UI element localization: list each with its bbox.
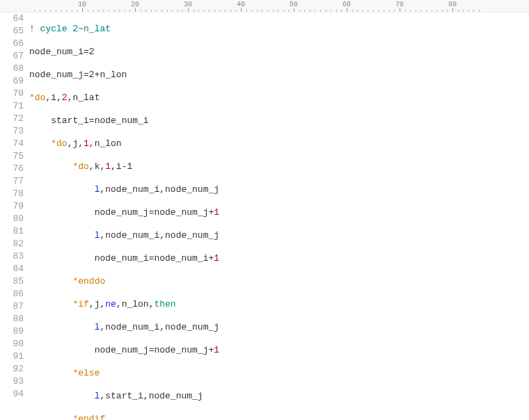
line-number: 94 bbox=[0, 388, 24, 401]
keyword-do: *do bbox=[51, 138, 67, 149]
keyword-then: then bbox=[154, 299, 175, 309]
code-line: *if,j,ne,n_lon,then bbox=[29, 298, 529, 311]
line-number: 86 bbox=[0, 288, 24, 300]
line-number: 70 bbox=[0, 88, 24, 100]
code-line: node_num_j=node_num_j+1 bbox=[29, 207, 529, 219]
line-number: 90 bbox=[0, 338, 24, 350]
code-editor: 6465666768697071727374757677787980818283… bbox=[0, 13, 529, 420]
code-line: l,start_i,node_num_j bbox=[29, 390, 529, 403]
code-text: ,node_num_i,node_num_j bbox=[100, 322, 219, 332]
line-number: 77 bbox=[0, 175, 24, 188]
line-number: 69 bbox=[0, 75, 24, 88]
number: 1 bbox=[214, 253, 219, 264]
ruler-label: 50 bbox=[290, 1, 298, 8]
keyword-endif: *endif bbox=[72, 414, 105, 420]
number: 1 bbox=[214, 345, 219, 355]
code-line: *do,k,1,i-1 bbox=[29, 161, 529, 173]
line-number: 76 bbox=[0, 163, 24, 175]
line-number-gutter: 6465666768697071727374757677787980818283… bbox=[0, 13, 29, 401]
line-number: 85 bbox=[0, 275, 24, 288]
code-line: l,node_num_i,node_num_j bbox=[29, 184, 529, 196]
line-number: 73 bbox=[0, 125, 24, 138]
number: 1 bbox=[84, 138, 89, 149]
code-line: *do,j,1,n_lon bbox=[29, 138, 529, 150]
number: 1 bbox=[214, 207, 219, 218]
code-line: node_num_i=node_num_i+1 bbox=[29, 252, 529, 265]
code-line: start_i=node_num_i bbox=[29, 115, 529, 127]
code-text: ,start_i,node_num_j bbox=[100, 391, 203, 401]
number: 2 bbox=[62, 92, 68, 103]
code-text: ,n_lon, bbox=[116, 299, 155, 309]
line-number: 71 bbox=[0, 100, 24, 113]
line-number: 91 bbox=[0, 350, 24, 363]
code-line: node_num_j=2+n_lon bbox=[29, 69, 529, 81]
keyword-else: *else bbox=[72, 368, 100, 378]
code-text: ,j, bbox=[89, 299, 105, 309]
line-number: 84 bbox=[0, 263, 24, 275]
ruler-label: 80 bbox=[448, 1, 457, 8]
line-number: 92 bbox=[0, 363, 24, 375]
code-text: node_num_i=2 bbox=[29, 47, 95, 57]
code-text: ,n_lat bbox=[68, 92, 100, 103]
keyword-if: *if bbox=[72, 299, 88, 309]
ruler: 1020304050607080 bbox=[0, 0, 529, 13]
line-number: 68 bbox=[0, 63, 24, 75]
line-number: 72 bbox=[0, 113, 24, 125]
line-number: 64 bbox=[0, 13, 24, 25]
line-number: 83 bbox=[0, 250, 24, 263]
line-number: 66 bbox=[0, 38, 24, 50]
line-number: 81 bbox=[0, 225, 24, 238]
line-number: 87 bbox=[0, 300, 24, 313]
line-number: 67 bbox=[0, 50, 24, 63]
line-number: 79 bbox=[0, 200, 24, 213]
code-line: ! cycle 2~n_lat bbox=[29, 23, 529, 35]
code-text: node_num_j=2+n_lon bbox=[29, 70, 127, 80]
code-text: ,i, bbox=[45, 92, 61, 103]
ruler-label: 10 bbox=[78, 1, 86, 8]
ruler-label: 20 bbox=[131, 1, 139, 8]
line-number: 80 bbox=[0, 213, 24, 225]
code-text: node_num_j=node_num_j+ bbox=[95, 207, 214, 218]
code-text: ,node_num_i,node_num_j bbox=[100, 184, 219, 195]
line-number: 93 bbox=[0, 375, 24, 388]
ruler-label: 70 bbox=[395, 1, 404, 8]
line-number: 78 bbox=[0, 188, 24, 200]
code-line: node_num_i=2 bbox=[29, 46, 529, 58]
keyword-do: *do bbox=[72, 161, 88, 172]
code-line: node_num_j=node_num_j+1 bbox=[29, 344, 529, 357]
code-line: *enddo bbox=[29, 275, 529, 288]
ruler-label: 30 bbox=[184, 1, 192, 8]
number: 1 bbox=[105, 161, 111, 172]
code-text: ,n_lon bbox=[89, 138, 122, 149]
code-text: ,k, bbox=[89, 161, 105, 172]
code-line: l,node_num_i,node_num_j bbox=[29, 321, 529, 334]
code-text: ,node_num_i,node_num_j bbox=[100, 230, 219, 241]
code-line: *else bbox=[29, 367, 529, 380]
line-number: 82 bbox=[0, 238, 24, 250]
line-number: 74 bbox=[0, 138, 24, 150]
line-number: 75 bbox=[0, 150, 24, 163]
ruler-label: 40 bbox=[237, 1, 245, 8]
code-line: l,node_num_i,node_num_j bbox=[29, 229, 529, 242]
code-text: start_i=node_num_i bbox=[51, 115, 148, 126]
line-number: 88 bbox=[0, 313, 24, 325]
comment: ! cycle 2~n_lat bbox=[29, 24, 111, 34]
op-ne: ne bbox=[105, 299, 116, 309]
keyword-do: *do bbox=[29, 92, 45, 103]
code-line: *endif bbox=[29, 413, 529, 420]
line-number: 65 bbox=[0, 25, 24, 38]
code-area[interactable]: ! cycle 2~n_lat node_num_i=2 node_num_j=… bbox=[29, 13, 529, 420]
code-text: node_num_i=node_num_i+ bbox=[95, 253, 214, 264]
ruler-label: 60 bbox=[342, 1, 351, 8]
line-number: 89 bbox=[0, 325, 24, 338]
keyword-enddo: *enddo bbox=[72, 276, 105, 286]
code-text: ,i-1 bbox=[111, 161, 132, 172]
code-text: node_num_j=node_num_j+ bbox=[95, 345, 214, 355]
code-text: ,j, bbox=[68, 138, 84, 149]
code-line: *do,i,2,n_lat bbox=[29, 92, 529, 104]
